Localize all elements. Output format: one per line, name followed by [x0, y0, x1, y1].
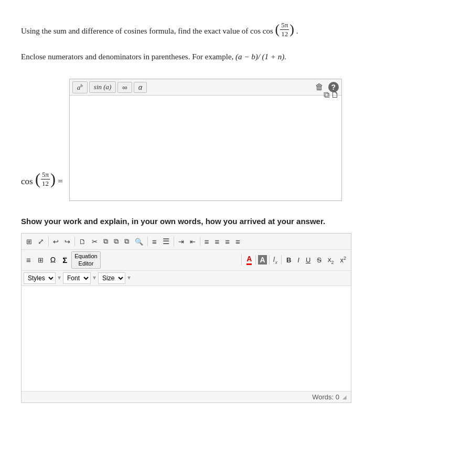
rte-toolbar-row2: ≡ ⊞ Ω Σ Equation Editor A A Ix	[22, 250, 351, 271]
rte-equation-btn[interactable]: Equation Editor	[71, 251, 100, 269]
sin-btn[interactable]: sin (a)	[89, 81, 116, 93]
rte-align-left-btn[interactable]: ≡	[202, 236, 212, 248]
rte-fullscreen-btn[interactable]: ⤢	[35, 236, 47, 247]
copy-icon[interactable]: ⧉	[324, 90, 329, 100]
rte-ul-btn[interactable]: ☰	[160, 235, 172, 248]
rte-copy-doc-btn[interactable]: 🗋	[77, 236, 89, 247]
rte-indent-in-btn[interactable]: ⇥	[176, 236, 187, 247]
rte-clear-format-btn[interactable]: Ix	[272, 255, 279, 266]
rte-copy-btn[interactable]: ⧉	[101, 236, 111, 247]
show-work-label: Show your work and explain, in your own …	[21, 217, 451, 226]
rte-align-justify-btn[interactable]: ≡	[233, 236, 243, 248]
rte-a-highlight-btn[interactable]: A	[258, 255, 266, 265]
rte-paste-text-btn[interactable]: ⧉	[122, 236, 132, 247]
size-dropdown[interactable]: Size	[98, 272, 125, 284]
rte-bold-btn[interactable]: B	[284, 255, 294, 265]
resize-handle[interactable]: ◢	[342, 394, 347, 400]
answer-input-box: ab sin (a) ∞ α 🗑 ? ⧉ 🗋	[69, 79, 342, 201]
rte-footer: Words: 0 ◢	[22, 391, 351, 403]
rte-toolbar-row3: Styles ▾ Font ▾ Size ▾	[22, 271, 351, 286]
cos-fraction: 5π 12	[41, 171, 50, 187]
input-toolbar: ab sin (a) ∞ α 🗑 ?	[70, 79, 341, 96]
rte-grid-btn[interactable]: ⊞	[35, 255, 46, 266]
question-fraction: 5π 12	[280, 21, 289, 38]
answer-content-area[interactable]	[70, 96, 341, 200]
rte-underline-btn[interactable]: U	[303, 255, 313, 265]
rte-table-btn[interactable]: ⊞	[24, 236, 35, 247]
word-count: Words: 0	[312, 393, 339, 401]
rte-ol-btn[interactable]: ≡	[149, 236, 159, 248]
rte-italic-btn[interactable]: I	[295, 255, 302, 265]
rte-align-right-btn[interactable]: ≡	[222, 236, 232, 248]
cos-label: cos ( 5π 12 ) =	[21, 79, 69, 187]
alpha-btn[interactable]: α	[134, 82, 147, 93]
rte-a-color-btn[interactable]: A	[245, 254, 253, 266]
rte-sep4	[174, 237, 174, 246]
rte-superscript-btn[interactable]: x2	[337, 255, 349, 265]
rte-sep5	[200, 237, 200, 246]
question-line2: Enclose numerators and denominators in p…	[21, 50, 451, 63]
rte-undo-btn[interactable]: ↩	[50, 236, 61, 247]
question-line1: Using the sum and difference of cosines …	[21, 21, 451, 38]
styles-dropdown[interactable]: Styles	[24, 272, 56, 284]
infinity-btn[interactable]: ∞	[117, 82, 132, 93]
rich-text-editor: ⊞ ⤢ ↩ ↪ 🗋 ✂ ⧉ ⧉ ⧉ 🔍 ≡ ☰ ⇥ ⇤ ≡ ≡	[21, 233, 351, 403]
answer-section: cos ( 5π 12 ) = ab sin (a) ∞ α 🗑 ?	[21, 79, 451, 201]
rte-find-btn[interactable]: 🔍	[132, 236, 146, 247]
paste-icon[interactable]: 🗋	[331, 90, 339, 100]
rte-sigma-btn[interactable]: Σ	[60, 255, 70, 266]
rte-sep1	[48, 237, 49, 246]
rte-redo-btn[interactable]: ↪	[62, 236, 73, 247]
rte-list-btn[interactable]: ≡	[24, 254, 34, 266]
rte-subscript-btn[interactable]: x2	[325, 255, 337, 266]
rte-sep3	[147, 237, 148, 246]
rte-indent-out-btn[interactable]: ⇤	[187, 236, 198, 247]
rte-align-center-btn[interactable]: ≡	[212, 236, 222, 248]
show-work-section: Show your work and explain, in your own …	[21, 217, 451, 403]
rte-paste-btn[interactable]: ⧉	[111, 236, 121, 247]
rte-sep2	[74, 237, 75, 246]
rte-content-area[interactable]	[22, 286, 351, 391]
rte-strike-btn[interactable]: S	[314, 255, 324, 265]
rte-omega-btn[interactable]: Ω	[48, 255, 58, 265]
rte-cut-btn[interactable]: ✂	[89, 236, 100, 247]
font-dropdown[interactable]: Font	[63, 272, 91, 284]
rte-toolbar-row1: ⊞ ⤢ ↩ ↪ 🗋 ✂ ⧉ ⧉ ⧉ 🔍 ≡ ☰ ⇥ ⇤ ≡ ≡	[22, 234, 351, 250]
superscript-btn[interactable]: ab	[72, 81, 88, 93]
